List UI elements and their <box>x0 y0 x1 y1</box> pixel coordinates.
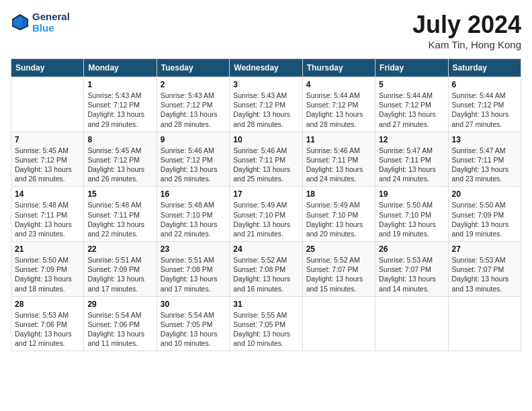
calendar-table: SundayMondayTuesdayWednesdayThursdayFrid… <box>11 58 521 351</box>
day-number: 28 <box>15 300 80 309</box>
day-info: Sunrise: 5:53 AM Sunset: 7:06 PM Dayligh… <box>15 310 80 349</box>
day-info: Sunrise: 5:47 AM Sunset: 7:11 PM Dayligh… <box>452 146 517 184</box>
day-info: Sunrise: 5:53 AM Sunset: 7:07 PM Dayligh… <box>379 255 444 293</box>
calendar-cell: 7Sunrise: 5:45 AM Sunset: 7:12 PM Daylig… <box>11 132 84 187</box>
day-number: 11 <box>306 135 371 144</box>
weekday-header-monday: Monday <box>84 59 157 77</box>
weekday-header-friday: Friday <box>375 59 448 77</box>
calendar-cell: 19Sunrise: 5:50 AM Sunset: 7:10 PM Dayli… <box>375 187 448 242</box>
calendar-cell: 16Sunrise: 5:48 AM Sunset: 7:10 PM Dayli… <box>157 187 229 242</box>
weekday-header-row: SundayMondayTuesdayWednesdayThursdayFrid… <box>11 59 521 77</box>
day-info: Sunrise: 5:50 AM Sunset: 7:10 PM Dayligh… <box>379 200 444 238</box>
day-info: Sunrise: 5:48 AM Sunset: 7:11 PM Dayligh… <box>15 200 80 238</box>
day-info: Sunrise: 5:45 AM Sunset: 7:12 PM Dayligh… <box>87 146 152 184</box>
page-header: General Blue July 2024 Kam Tin, Hong Kon… <box>11 11 521 50</box>
calendar-week-row: 7Sunrise: 5:45 AM Sunset: 7:12 PM Daylig… <box>11 132 521 187</box>
calendar-cell: 4Sunrise: 5:44 AM Sunset: 7:12 PM Daylig… <box>302 77 375 132</box>
day-number: 27 <box>452 244 517 254</box>
day-info: Sunrise: 5:45 AM Sunset: 7:12 PM Dayligh… <box>15 146 80 184</box>
calendar-cell: 6Sunrise: 5:44 AM Sunset: 7:12 PM Daylig… <box>448 77 521 132</box>
calendar-week-row: 21Sunrise: 5:50 AM Sunset: 7:09 PM Dayli… <box>11 242 521 297</box>
day-number: 10 <box>233 135 298 144</box>
day-info: Sunrise: 5:52 AM Sunset: 7:07 PM Dayligh… <box>306 255 371 293</box>
day-info: Sunrise: 5:49 AM Sunset: 7:10 PM Dayligh… <box>306 200 371 238</box>
calendar-cell: 12Sunrise: 5:47 AM Sunset: 7:11 PM Dayli… <box>375 132 448 187</box>
day-number: 21 <box>15 244 80 254</box>
day-number: 29 <box>87 300 152 309</box>
calendar-cell: 29Sunrise: 5:54 AM Sunset: 7:06 PM Dayli… <box>84 296 157 351</box>
day-info: Sunrise: 5:49 AM Sunset: 7:10 PM Dayligh… <box>233 200 298 238</box>
calendar-week-row: 28Sunrise: 5:53 AM Sunset: 7:06 PM Dayli… <box>11 296 521 351</box>
calendar-cell <box>375 296 448 351</box>
title-block: July 2024 Kam Tin, Hong Kong <box>412 11 521 50</box>
day-info: Sunrise: 5:53 AM Sunset: 7:07 PM Dayligh… <box>452 255 517 293</box>
calendar-cell: 17Sunrise: 5:49 AM Sunset: 7:10 PM Dayli… <box>230 187 302 242</box>
calendar-cell: 23Sunrise: 5:51 AM Sunset: 7:08 PM Dayli… <box>157 242 229 297</box>
calendar-cell: 9Sunrise: 5:46 AM Sunset: 7:12 PM Daylig… <box>157 132 229 187</box>
day-number: 13 <box>452 135 517 144</box>
calendar-week-row: 1Sunrise: 5:43 AM Sunset: 7:12 PM Daylig… <box>11 77 521 132</box>
day-info: Sunrise: 5:46 AM Sunset: 7:11 PM Dayligh… <box>306 146 371 184</box>
calendar-cell: 3Sunrise: 5:43 AM Sunset: 7:12 PM Daylig… <box>230 77 302 132</box>
calendar-cell: 27Sunrise: 5:53 AM Sunset: 7:07 PM Dayli… <box>448 242 521 297</box>
day-number: 15 <box>87 189 152 199</box>
logo: General Blue <box>11 11 70 34</box>
day-info: Sunrise: 5:46 AM Sunset: 7:11 PM Dayligh… <box>233 146 298 184</box>
day-info: Sunrise: 5:51 AM Sunset: 7:08 PM Dayligh… <box>161 255 226 293</box>
day-number: 20 <box>452 189 517 199</box>
day-number: 9 <box>161 135 226 144</box>
day-info: Sunrise: 5:47 AM Sunset: 7:11 PM Dayligh… <box>379 146 444 184</box>
day-number: 1 <box>87 80 152 89</box>
calendar-cell: 25Sunrise: 5:52 AM Sunset: 7:07 PM Dayli… <box>302 242 375 297</box>
calendar-cell: 8Sunrise: 5:45 AM Sunset: 7:12 PM Daylig… <box>84 132 157 187</box>
logo-icon <box>11 13 30 32</box>
weekday-header-saturday: Saturday <box>448 59 521 77</box>
calendar-cell <box>302 296 375 351</box>
day-number: 19 <box>379 189 444 199</box>
calendar-cell <box>11 77 84 132</box>
calendar-cell: 31Sunrise: 5:55 AM Sunset: 7:05 PM Dayli… <box>230 296 302 351</box>
weekday-header-sunday: Sunday <box>11 59 84 77</box>
calendar-week-row: 14Sunrise: 5:48 AM Sunset: 7:11 PM Dayli… <box>11 187 521 242</box>
day-number: 5 <box>379 80 444 89</box>
day-number: 26 <box>379 244 444 254</box>
day-info: Sunrise: 5:55 AM Sunset: 7:05 PM Dayligh… <box>233 310 298 349</box>
calendar-cell: 22Sunrise: 5:51 AM Sunset: 7:09 PM Dayli… <box>84 242 157 297</box>
calendar-cell: 28Sunrise: 5:53 AM Sunset: 7:06 PM Dayli… <box>11 296 84 351</box>
day-number: 16 <box>161 189 226 199</box>
day-info: Sunrise: 5:44 AM Sunset: 7:12 PM Dayligh… <box>452 91 517 129</box>
calendar-cell <box>448 296 521 351</box>
day-number: 17 <box>233 189 298 199</box>
day-number: 23 <box>161 244 226 254</box>
calendar-cell: 26Sunrise: 5:53 AM Sunset: 7:07 PM Dayli… <box>375 242 448 297</box>
day-number: 18 <box>306 189 371 199</box>
calendar-cell: 10Sunrise: 5:46 AM Sunset: 7:11 PM Dayli… <box>230 132 302 187</box>
calendar-cell: 11Sunrise: 5:46 AM Sunset: 7:11 PM Dayli… <box>302 132 375 187</box>
day-number: 30 <box>161 300 226 309</box>
day-number: 2 <box>161 80 226 89</box>
weekday-header-thursday: Thursday <box>302 59 375 77</box>
calendar-cell: 18Sunrise: 5:49 AM Sunset: 7:10 PM Dayli… <box>302 187 375 242</box>
calendar-cell: 24Sunrise: 5:52 AM Sunset: 7:08 PM Dayli… <box>230 242 302 297</box>
day-number: 14 <box>15 189 80 199</box>
day-info: Sunrise: 5:43 AM Sunset: 7:12 PM Dayligh… <box>233 91 298 129</box>
day-info: Sunrise: 5:50 AM Sunset: 7:09 PM Dayligh… <box>15 255 80 293</box>
calendar-cell: 30Sunrise: 5:54 AM Sunset: 7:05 PM Dayli… <box>157 296 229 351</box>
calendar-cell: 5Sunrise: 5:44 AM Sunset: 7:12 PM Daylig… <box>375 77 448 132</box>
day-number: 7 <box>15 135 80 144</box>
day-info: Sunrise: 5:50 AM Sunset: 7:09 PM Dayligh… <box>452 200 517 238</box>
calendar-cell: 14Sunrise: 5:48 AM Sunset: 7:11 PM Dayli… <box>11 187 84 242</box>
day-number: 24 <box>233 244 298 254</box>
logo-text: General Blue <box>32 11 70 34</box>
day-number: 22 <box>87 244 152 254</box>
location: Kam Tin, Hong Kong <box>412 39 521 50</box>
day-info: Sunrise: 5:46 AM Sunset: 7:12 PM Dayligh… <box>161 146 226 184</box>
day-info: Sunrise: 5:44 AM Sunset: 7:12 PM Dayligh… <box>379 91 444 129</box>
weekday-header-wednesday: Wednesday <box>230 59 302 77</box>
day-number: 8 <box>87 135 152 144</box>
day-info: Sunrise: 5:54 AM Sunset: 7:06 PM Dayligh… <box>87 310 152 349</box>
day-number: 4 <box>306 80 371 89</box>
calendar-cell: 21Sunrise: 5:50 AM Sunset: 7:09 PM Dayli… <box>11 242 84 297</box>
day-info: Sunrise: 5:44 AM Sunset: 7:12 PM Dayligh… <box>306 91 371 129</box>
day-info: Sunrise: 5:52 AM Sunset: 7:08 PM Dayligh… <box>233 255 298 293</box>
